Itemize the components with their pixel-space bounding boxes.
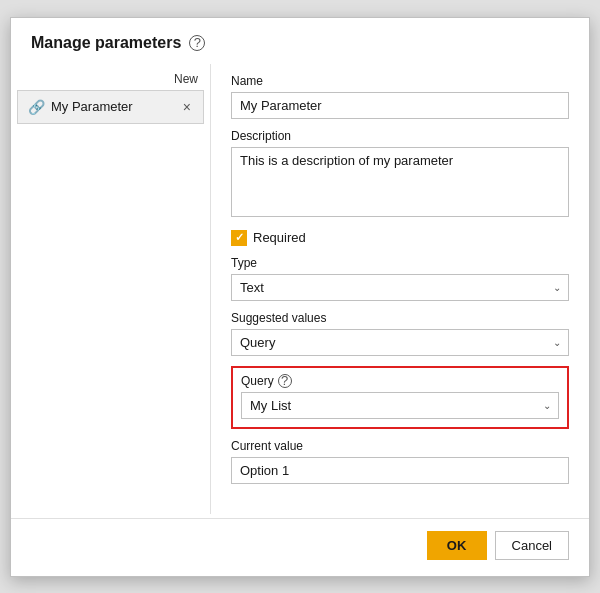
description-field-group: Description <box>231 129 569 220</box>
query-info-icon[interactable]: ? <box>278 374 292 388</box>
suggested-values-label: Suggested values <box>231 311 569 325</box>
checkmark-icon: ✓ <box>235 231 244 244</box>
query-select-wrapper: My List Table1 Table2 ⌄ <box>241 392 559 419</box>
type-select-wrapper: Text Number Date Boolean Binary ⌄ <box>231 274 569 301</box>
suggested-values-select-wrapper: Query Any value List of values ⌄ <box>231 329 569 356</box>
close-parameter-button[interactable]: × <box>181 97 193 117</box>
ok-button[interactable]: OK <box>427 531 487 560</box>
dialog-header: Manage parameters ? <box>11 18 589 64</box>
main-content: Name Description ✓ Required Type Text Nu… <box>211 64 589 514</box>
suggested-values-field-group: Suggested values Query Any value List of… <box>231 311 569 356</box>
description-label: Description <box>231 129 569 143</box>
name-input[interactable] <box>231 92 569 119</box>
sidebar-item-left: 🔗 My Parameter <box>28 99 133 115</box>
description-textarea[interactable] <box>231 147 569 217</box>
sidebar-parameter-item[interactable]: 🔗 My Parameter × <box>17 90 204 124</box>
parameter-name: My Parameter <box>51 99 133 114</box>
required-checkbox[interactable]: ✓ <box>231 230 247 246</box>
new-label: New <box>11 72 210 90</box>
cancel-button[interactable]: Cancel <box>495 531 569 560</box>
query-label-row: Query ? <box>241 374 559 388</box>
required-label: Required <box>253 230 306 245</box>
type-label: Type <box>231 256 569 270</box>
required-row: ✓ Required <box>231 230 569 246</box>
dialog-title: Manage parameters <box>31 34 181 52</box>
dialog-body: New 🔗 My Parameter × Name Description <box>11 64 589 514</box>
type-select[interactable]: Text Number Date Boolean Binary <box>231 274 569 301</box>
sidebar: New 🔗 My Parameter × <box>11 64 211 514</box>
dialog-help-icon[interactable]: ? <box>189 35 205 51</box>
current-value-input[interactable] <box>231 457 569 484</box>
current-value-field-group: Current value <box>231 439 569 484</box>
current-value-label: Current value <box>231 439 569 453</box>
parameter-icon: 🔗 <box>28 99 45 115</box>
type-field-group: Type Text Number Date Boolean Binary ⌄ <box>231 256 569 301</box>
dialog-footer: OK Cancel <box>11 518 589 576</box>
query-section: Query ? My List Table1 Table2 ⌄ <box>231 366 569 429</box>
query-label: Query <box>241 374 274 388</box>
manage-parameters-dialog: Manage parameters ? New 🔗 My Parameter ×… <box>10 17 590 577</box>
suggested-values-select[interactable]: Query Any value List of values <box>231 329 569 356</box>
name-field-group: Name <box>231 74 569 119</box>
query-select[interactable]: My List Table1 Table2 <box>241 392 559 419</box>
name-label: Name <box>231 74 569 88</box>
